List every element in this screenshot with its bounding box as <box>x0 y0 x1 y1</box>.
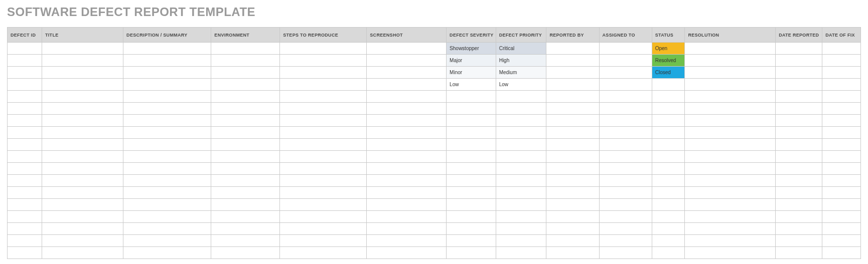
cell-screenshot[interactable] <box>367 127 447 139</box>
cell-assigned-to[interactable] <box>599 43 652 55</box>
cell-date-reported[interactable] <box>776 91 822 103</box>
cell-date-fix[interactable] <box>822 139 861 151</box>
cell-environment[interactable] <box>211 127 280 139</box>
cell-status[interactable] <box>652 187 685 199</box>
cell-title[interactable] <box>42 91 123 103</box>
cell-screenshot[interactable] <box>367 223 447 235</box>
cell-reported-by[interactable] <box>546 223 599 235</box>
cell-reported-by[interactable] <box>546 55 599 67</box>
cell-severity[interactable] <box>447 187 496 199</box>
cell-assigned-to[interactable] <box>599 91 652 103</box>
cell-defect-id[interactable] <box>8 199 42 211</box>
cell-date-fix[interactable] <box>822 79 861 91</box>
cell-priority[interactable] <box>496 151 546 163</box>
cell-priority[interactable] <box>496 103 546 115</box>
cell-environment[interactable] <box>211 223 280 235</box>
cell-description[interactable] <box>123 67 211 79</box>
cell-defect-id[interactable] <box>8 43 42 55</box>
cell-steps[interactable] <box>280 235 367 247</box>
cell-steps[interactable] <box>280 67 367 79</box>
cell-reported-by[interactable] <box>546 151 599 163</box>
cell-screenshot[interactable] <box>367 55 447 67</box>
cell-steps[interactable] <box>280 223 367 235</box>
cell-environment[interactable] <box>211 163 280 175</box>
cell-assigned-to[interactable] <box>599 163 652 175</box>
cell-defect-id[interactable] <box>8 103 42 115</box>
cell-reported-by[interactable] <box>546 115 599 127</box>
cell-screenshot[interactable] <box>367 67 447 79</box>
cell-environment[interactable] <box>211 211 280 223</box>
cell-status[interactable] <box>652 163 685 175</box>
cell-assigned-to[interactable] <box>599 247 652 259</box>
cell-resolution[interactable] <box>685 55 776 67</box>
cell-description[interactable] <box>123 55 211 67</box>
cell-title[interactable] <box>42 247 123 259</box>
cell-description[interactable] <box>123 79 211 91</box>
cell-severity[interactable] <box>447 103 496 115</box>
cell-severity[interactable] <box>447 199 496 211</box>
cell-description[interactable] <box>123 223 211 235</box>
cell-reported-by[interactable] <box>546 163 599 175</box>
cell-date-fix[interactable] <box>822 91 861 103</box>
cell-steps[interactable] <box>280 127 367 139</box>
cell-steps[interactable] <box>280 151 367 163</box>
cell-assigned-to[interactable] <box>599 115 652 127</box>
cell-date-fix[interactable] <box>822 199 861 211</box>
cell-defect-id[interactable] <box>8 91 42 103</box>
cell-description[interactable] <box>123 91 211 103</box>
cell-description[interactable] <box>123 211 211 223</box>
cell-assigned-to[interactable] <box>599 211 652 223</box>
cell-environment[interactable] <box>211 247 280 259</box>
cell-screenshot[interactable] <box>367 43 447 55</box>
cell-date-reported[interactable] <box>776 175 822 187</box>
cell-screenshot[interactable] <box>367 187 447 199</box>
cell-screenshot[interactable] <box>367 211 447 223</box>
cell-assigned-to[interactable] <box>599 235 652 247</box>
cell-reported-by[interactable] <box>546 67 599 79</box>
cell-title[interactable] <box>42 187 123 199</box>
cell-severity[interactable] <box>447 115 496 127</box>
cell-status[interactable] <box>652 247 685 259</box>
cell-environment[interactable] <box>211 103 280 115</box>
cell-status[interactable] <box>652 127 685 139</box>
cell-date-fix[interactable] <box>822 175 861 187</box>
cell-steps[interactable] <box>280 163 367 175</box>
cell-reported-by[interactable] <box>546 103 599 115</box>
cell-severity[interactable]: Low <box>447 79 496 91</box>
cell-date-fix[interactable] <box>822 187 861 199</box>
cell-steps[interactable] <box>280 91 367 103</box>
cell-environment[interactable] <box>211 199 280 211</box>
cell-screenshot[interactable] <box>367 175 447 187</box>
cell-screenshot[interactable] <box>367 103 447 115</box>
cell-status[interactable] <box>652 211 685 223</box>
cell-status[interactable] <box>652 175 685 187</box>
cell-priority[interactable]: High <box>496 55 546 67</box>
cell-severity[interactable] <box>447 223 496 235</box>
cell-date-reported[interactable] <box>776 163 822 175</box>
cell-defect-id[interactable] <box>8 139 42 151</box>
cell-status[interactable] <box>652 139 685 151</box>
cell-severity[interactable] <box>447 175 496 187</box>
cell-resolution[interactable] <box>685 223 776 235</box>
cell-steps[interactable] <box>280 79 367 91</box>
cell-resolution[interactable] <box>685 91 776 103</box>
cell-status[interactable] <box>652 103 685 115</box>
cell-date-reported[interactable] <box>776 55 822 67</box>
cell-date-reported[interactable] <box>776 127 822 139</box>
cell-resolution[interactable] <box>685 103 776 115</box>
cell-priority[interactable] <box>496 175 546 187</box>
cell-reported-by[interactable] <box>546 187 599 199</box>
cell-description[interactable] <box>123 247 211 259</box>
cell-environment[interactable] <box>211 235 280 247</box>
cell-severity[interactable] <box>447 235 496 247</box>
cell-reported-by[interactable] <box>546 79 599 91</box>
cell-environment[interactable] <box>211 115 280 127</box>
cell-title[interactable] <box>42 151 123 163</box>
cell-severity[interactable] <box>447 91 496 103</box>
cell-assigned-to[interactable] <box>599 79 652 91</box>
cell-description[interactable] <box>123 199 211 211</box>
cell-reported-by[interactable] <box>546 91 599 103</box>
cell-priority[interactable] <box>496 139 546 151</box>
cell-date-reported[interactable] <box>776 67 822 79</box>
cell-description[interactable] <box>123 127 211 139</box>
